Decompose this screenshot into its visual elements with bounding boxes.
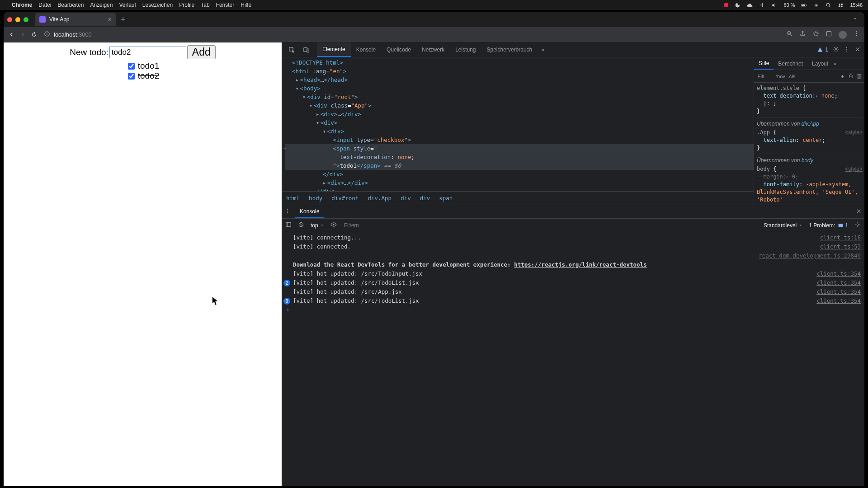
live-expression-icon[interactable] <box>330 221 337 229</box>
bookmark-icon[interactable] <box>812 30 819 39</box>
tab-title: Vite App <box>49 16 69 23</box>
menubar-app[interactable]: Chrome <box>12 2 32 8</box>
share-icon[interactable] <box>799 30 806 39</box>
new-tab-button[interactable]: + <box>121 15 126 24</box>
cls-toggle[interactable]: .cls <box>788 74 796 79</box>
control-center-icon[interactable] <box>838 2 844 8</box>
svg-point-21 <box>846 48 847 49</box>
svg-rect-10 <box>47 33 47 33</box>
new-style-rule-icon[interactable]: ＋ <box>840 72 845 80</box>
browser-tab[interactable]: Vite App × <box>35 13 116 26</box>
new-todo-input[interactable] <box>109 47 186 58</box>
console-settings-icon[interactable] <box>854 221 861 229</box>
computed-panel-icon[interactable]: ▥ <box>856 72 862 80</box>
back-button[interactable] <box>8 31 15 38</box>
volume-icon[interactable] <box>771 2 777 8</box>
dom-breadcrumb[interactable]: html body div#root div.App div div span <box>282 191 754 205</box>
issues-button[interactable]: 1 <box>817 47 828 53</box>
console-prompt[interactable]: › <box>283 305 861 313</box>
menu-datei[interactable]: Datei <box>38 2 51 8</box>
menu-anzeigen[interactable]: Anzeigen <box>90 2 113 8</box>
drawer-tabs: Konsole <box>282 205 864 219</box>
tab-close-button[interactable]: × <box>108 16 112 23</box>
menu-button[interactable] <box>853 30 860 39</box>
drawer-more-icon[interactable] <box>284 208 291 216</box>
tab-speicher[interactable]: Speicherverbrauch <box>481 42 538 57</box>
console-sidebar-toggle-icon[interactable] <box>285 221 292 229</box>
tab-stile[interactable]: Stile <box>754 57 774 70</box>
close-window-button[interactable] <box>7 17 12 22</box>
devtools-main: <!DOCTYPE html> <html lang="en"> ▸<head>… <box>282 57 864 205</box>
cloud-icon[interactable] <box>747 2 753 8</box>
svg-rect-1 <box>802 5 805 6</box>
tab-berechnet[interactable]: Berechnet <box>774 57 807 70</box>
address-bar[interactable]: localhost:3000 <box>44 31 92 38</box>
site-info-icon[interactable] <box>44 31 50 38</box>
svg-point-20 <box>846 47 847 47</box>
log-level-select[interactable]: Standardlevel <box>764 222 802 229</box>
minimize-window-button[interactable] <box>15 17 20 22</box>
todo-list: todo1 todo2 <box>4 61 282 81</box>
search-icon[interactable] <box>826 2 831 8</box>
wifi-icon[interactable] <box>813 2 819 8</box>
devtools-top-bar: Elemente Konsole Quellcode Netzwerk Leis… <box>282 42 864 57</box>
svg-point-19 <box>835 48 837 50</box>
dom-tree[interactable]: <!DOCTYPE html> <html lang="en"> ▸<head>… <box>282 57 754 191</box>
styles-toolbar: :hov .cls ＋ ⎙ ▥ <box>754 70 864 83</box>
drawer-close-icon[interactable] <box>856 208 862 216</box>
tabs-overflow-icon[interactable]: » <box>541 47 544 53</box>
menu-bearbeiten[interactable]: Bearbeiten <box>57 2 84 8</box>
profile-avatar[interactable] <box>839 31 847 39</box>
todo-label: todo1 <box>138 61 160 71</box>
tab-overflow-button[interactable] <box>852 15 858 23</box>
hov-toggle[interactable]: :hov <box>776 74 785 79</box>
settings-icon[interactable] <box>833 46 839 54</box>
tab-layout[interactable]: Layout <box>807 57 833 70</box>
window-controls[interactable] <box>7 17 28 22</box>
clear-console-icon[interactable] <box>298 221 304 229</box>
tab-leistung[interactable]: Leistung <box>450 42 481 57</box>
content-area: New todo: Add todo1 todo2 <box>4 42 864 486</box>
url-host: localhost <box>54 31 77 38</box>
add-button[interactable]: Add <box>187 45 216 59</box>
styles-filter-input[interactable] <box>757 73 773 80</box>
problems-indicator[interactable]: 1 Problem: 1 <box>809 222 848 229</box>
page-viewport: New todo: Add todo1 todo2 <box>4 42 282 486</box>
menu-fenster[interactable]: Fenster <box>216 2 235 8</box>
print-icon[interactable]: ⎙ <box>849 72 853 80</box>
svg-rect-26 <box>286 222 291 226</box>
console-filter-input[interactable] <box>343 222 757 229</box>
maximize-window-button[interactable] <box>24 17 28 22</box>
tab-quellcode[interactable]: Quellcode <box>381 42 416 57</box>
extensions-icon[interactable] <box>826 30 832 39</box>
more-icon[interactable] <box>844 46 850 54</box>
battery-percent: 80 % <box>783 2 795 8</box>
drawer-tab-konsole[interactable]: Konsole <box>295 205 324 218</box>
moon-icon[interactable] <box>735 2 741 8</box>
menu-verlauf[interactable]: Verlauf <box>119 2 136 8</box>
execution-context[interactable]: top <box>311 222 324 229</box>
tab-netzwerk[interactable]: Netzwerk <box>416 42 450 57</box>
close-devtools-icon[interactable] <box>854 46 861 54</box>
menu-profile[interactable]: Profile <box>179 2 194 8</box>
menu-lesezeichen[interactable]: Lesezeichen <box>142 2 173 8</box>
inspect-element-icon[interactable] <box>285 44 298 56</box>
todo-checkbox[interactable] <box>128 73 135 80</box>
menubar-clock[interactable]: 15:46 <box>850 2 863 8</box>
styles-body[interactable]: element.style { text-decoration: ▸ none;… <box>754 83 864 204</box>
menu-hilfe[interactable]: Hilfe <box>241 2 251 8</box>
menu-tab[interactable]: Tab <box>201 2 209 8</box>
svg-rect-2 <box>807 5 807 5</box>
reload-button[interactable] <box>31 31 38 38</box>
svg-point-22 <box>846 51 847 52</box>
url-port: :3000 <box>77 31 92 38</box>
todo-checkbox[interactable] <box>128 63 135 70</box>
zoom-icon[interactable] <box>786 30 793 39</box>
device-toolbar-icon[interactable] <box>300 44 312 56</box>
tab-elemente[interactable]: Elemente <box>317 42 351 57</box>
tab-konsole[interactable]: Konsole <box>351 42 381 57</box>
console-drawer: Konsole top Standardlevel 1 Problem: 1 <box>282 205 864 486</box>
styles-tabs-overflow[interactable]: » <box>834 61 837 67</box>
bluetooth-icon[interactable] <box>759 2 765 8</box>
console-output[interactable]: [vite] connecting...client.ts:16 [vite] … <box>282 232 864 486</box>
